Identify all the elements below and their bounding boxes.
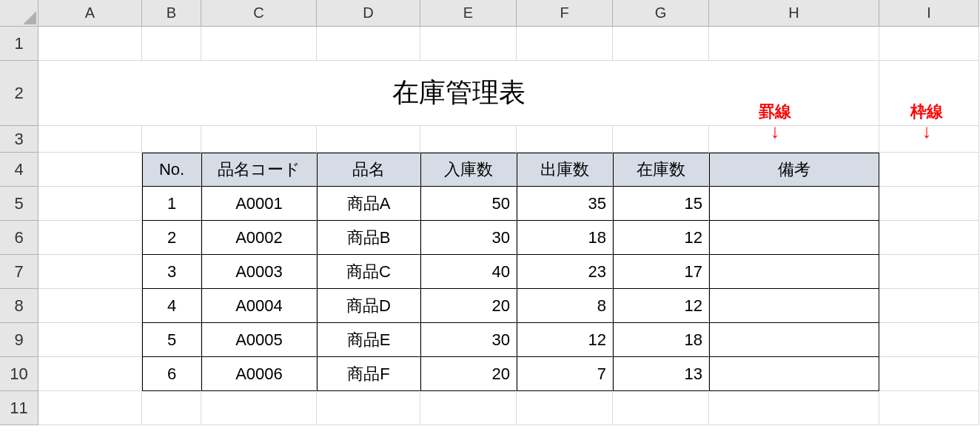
cell-no-0[interactable]: 1 [142,187,201,221]
cell-I6[interactable] [879,221,979,255]
cell-th-stock[interactable]: 在庫数 [613,153,709,187]
row-header-3[interactable]: 3 [0,126,38,153]
cell-name-3[interactable]: 商品D [317,289,420,323]
cell-note-1[interactable] [709,221,879,255]
column-header-B[interactable]: B [142,0,201,27]
cell-A10[interactable] [38,357,142,391]
cell-E1[interactable] [420,27,517,61]
cell-name-2[interactable]: 商品C [317,255,420,289]
cell-out-4[interactable]: 12 [517,323,613,357]
cell-code-3[interactable]: A0004 [201,289,317,323]
cell-code-4[interactable]: A0005 [201,323,317,357]
cell-name-4[interactable]: 商品E [317,323,420,357]
cell-out-2[interactable]: 23 [517,255,613,289]
cell-stock-2[interactable]: 17 [613,255,709,289]
cell-A7[interactable] [38,255,142,289]
row-header-6[interactable]: 6 [0,221,38,255]
column-header-F[interactable]: F [517,0,613,27]
column-header-G[interactable]: G [613,0,709,27]
cell-D1[interactable] [317,27,420,61]
cell-stock-1[interactable]: 12 [613,221,709,255]
cell-B1[interactable] [142,27,201,61]
cell-code-5[interactable]: A0006 [201,357,317,391]
cell-D3[interactable] [317,126,420,153]
cell-in-1[interactable]: 30 [420,221,517,255]
cell-th-note[interactable]: 備考 [709,153,879,187]
select-all-corner[interactable] [0,0,38,27]
cell-th-code[interactable]: 品名コード [201,153,317,187]
column-header-C[interactable]: C [201,0,317,27]
cell-E3[interactable] [420,126,517,153]
cell-out-0[interactable]: 35 [517,187,613,221]
cell-F11[interactable] [517,391,613,425]
row-header-7[interactable]: 7 [0,255,38,289]
row-header-2[interactable]: 2 [0,61,38,126]
cell-G1[interactable] [613,27,709,61]
cell-th-no[interactable]: No. [142,153,201,187]
cell-name-1[interactable]: 商品B [317,221,420,255]
row-header-10[interactable]: 10 [0,357,38,391]
cell-note-0[interactable] [709,187,879,221]
cell-stock-4[interactable]: 18 [613,323,709,357]
column-header-I[interactable]: I [879,0,979,27]
cell-no-4[interactable]: 5 [142,323,201,357]
cell-out-5[interactable]: 7 [517,357,613,391]
cell-stock-5[interactable]: 13 [613,357,709,391]
cell-stock-3[interactable]: 12 [613,289,709,323]
row-header-1[interactable]: 1 [0,27,38,61]
cell-G11[interactable] [613,391,709,425]
cell-I10[interactable] [879,357,979,391]
cell-th-name[interactable]: 品名 [317,153,420,187]
cell-C3[interactable] [201,126,317,153]
row-header-5[interactable]: 5 [0,187,38,221]
cell-note-2[interactable] [709,255,879,289]
cell-I9[interactable] [879,323,979,357]
cell-I8[interactable] [879,289,979,323]
cell-out-3[interactable]: 8 [517,289,613,323]
cell-H1[interactable] [709,27,879,61]
cell-no-1[interactable]: 2 [142,221,201,255]
cell-H11[interactable] [709,391,879,425]
cell-I1[interactable] [879,27,979,61]
cell-A1[interactable] [38,27,142,61]
cell-note-5[interactable] [709,357,879,391]
cell-C11[interactable] [201,391,317,425]
row-header-11[interactable]: 11 [0,391,38,425]
cell-A9[interactable] [38,323,142,357]
cell-in-5[interactable]: 20 [420,357,517,391]
cell-A5[interactable] [38,187,142,221]
column-header-E[interactable]: E [420,0,517,27]
cell-B11[interactable] [142,391,201,425]
cell-A3[interactable] [38,126,142,153]
cell-D11[interactable] [317,391,420,425]
cell-code-2[interactable]: A0003 [201,255,317,289]
column-header-D[interactable]: D [317,0,420,27]
cell-note-4[interactable] [709,323,879,357]
cell-in-3[interactable]: 20 [420,289,517,323]
cell-I7[interactable] [879,255,979,289]
cell-no-5[interactable]: 6 [142,357,201,391]
cell-code-1[interactable]: A0002 [201,221,317,255]
cell-C1[interactable] [201,27,317,61]
cell-I4[interactable] [879,153,979,187]
cell-code-0[interactable]: A0001 [201,187,317,221]
cell-G3[interactable] [613,126,709,153]
cell-I5[interactable] [879,187,979,221]
cell-th-in[interactable]: 入庫数 [420,153,517,187]
cell-E11[interactable] [420,391,517,425]
cell-in-0[interactable]: 50 [420,187,517,221]
cell-A8[interactable] [38,289,142,323]
cell-F1[interactable] [517,27,613,61]
cell-H3[interactable] [709,126,879,153]
cell-A11[interactable] [38,391,142,425]
cell-I11[interactable] [879,391,979,425]
column-header-H[interactable]: H [709,0,879,27]
cell-A4[interactable] [38,153,142,187]
cell-A6[interactable] [38,221,142,255]
cell-th-out[interactable]: 出庫数 [517,153,613,187]
cell-note-3[interactable] [709,289,879,323]
row-header-9[interactable]: 9 [0,323,38,357]
column-header-A[interactable]: A [38,0,142,27]
cell-name-5[interactable]: 商品F [317,357,420,391]
row-header-8[interactable]: 8 [0,289,38,323]
